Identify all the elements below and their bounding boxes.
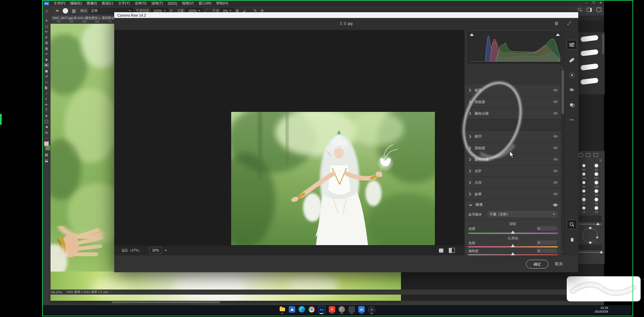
shadow-clipping-icon[interactable]: [470, 33, 474, 36]
scroll-down-icon[interactable]: ˅: [561, 250, 563, 253]
zoom-level-field[interactable]: 30%: [149, 247, 162, 254]
eye-icon[interactable]: [553, 203, 558, 207]
eye-icon[interactable]: [553, 112, 558, 115]
more-options-icon[interactable]: •••: [567, 115, 577, 124]
before-after-icon[interactable]: [449, 248, 455, 253]
hand-tool[interactable]: ☚: [44, 125, 49, 129]
blur-tool[interactable]: ◔: [44, 91, 49, 96]
zoom-dropdown-icon[interactable]: [165, 250, 167, 251]
menu-select[interactable]: 选择(S): [132, 1, 149, 6]
brush-thumb[interactable]: [582, 197, 586, 202]
start-button[interactable]: [269, 306, 276, 313]
gradient-tool[interactable]: ◧: [44, 85, 49, 90]
close-button[interactable]: ✕: [599, 1, 602, 4]
brush-thumb[interactable]: [594, 180, 599, 185]
brush-thumb[interactable]: [594, 206, 599, 210]
eye-icon[interactable]: [553, 169, 558, 173]
menu-view[interactable]: 视图(V): [180, 1, 196, 6]
fullscreen-icon[interactable]: ⤢: [567, 21, 571, 26]
cancel-button[interactable]: 取消: [555, 261, 562, 266]
taskbar-clock[interactable]: 22:29 2023/3/28: [595, 306, 608, 314]
brush-stroke-thumb[interactable]: [580, 78, 598, 85]
chrome-browser-icon[interactable]: [308, 306, 315, 313]
panel-scrollbar[interactable]: ˄ ˅: [561, 30, 565, 255]
eye-icon[interactable]: [553, 146, 558, 150]
edge-browser-icon[interactable]: [299, 306, 305, 313]
panel-section-color-grading[interactable]: 颜色分级: [465, 154, 561, 165]
histogram[interactable]: [467, 32, 562, 64]
brush-thumb[interactable]: [594, 163, 599, 168]
brush-thumb[interactable]: [594, 189, 599, 193]
avatar-app-icon[interactable]: [339, 306, 345, 313]
menu-window[interactable]: 窗口(W): [196, 1, 214, 6]
restore-button[interactable]: ❐: [592, 1, 595, 4]
menu-help[interactable]: 帮助(H): [214, 1, 231, 6]
search-icon[interactable]: [578, 8, 582, 12]
shape-tool[interactable]: ◯: [44, 119, 49, 123]
camera-raw-preview[interactable]: 适应（47%） 30%: [114, 30, 464, 255]
healing-tool[interactable]: ✚: [44, 58, 49, 62]
home-icon[interactable]: ⌂: [45, 8, 48, 13]
healing-brush-icon[interactable]: [567, 56, 577, 64]
hue-value[interactable]: 0: [536, 240, 557, 245]
blue-app-icon[interactable]: m: [358, 306, 365, 313]
panel-section-geometry[interactable]: 几何: [465, 177, 561, 189]
marquee-tool[interactable]: ▢: [44, 24, 49, 28]
roundness-field[interactable]: [579, 245, 602, 250]
brush-thumb[interactable]: [594, 172, 599, 176]
eyedropper-tool[interactable]: ✑: [44, 52, 49, 56]
gear-icon[interactable]: ⚙: [554, 21, 559, 26]
ok-button[interactable]: 确定: [526, 260, 548, 269]
preview-toggle-icon[interactable]: [439, 249, 443, 253]
eye-icon[interactable]: [553, 181, 558, 184]
horizontal-scrollbar[interactable]: [51, 301, 401, 303]
menu-layer[interactable]: 图层(L): [99, 1, 116, 6]
brush-stroke-thumb[interactable]: [580, 49, 598, 56]
zoom-tool[interactable]: ◎: [44, 130, 49, 135]
trash-icon[interactable]: [593, 153, 598, 157]
history-brush-tool[interactable]: ↺: [44, 74, 49, 79]
panel-section-optics[interactable]: 光学: [465, 165, 561, 177]
hand-tool-icon[interactable]: [567, 235, 577, 244]
quick-mask-button[interactable]: ▧: [44, 153, 49, 157]
crop-tool[interactable]: ⊞: [44, 41, 49, 45]
brush-angle-dial[interactable]: [583, 228, 598, 243]
fit-view-button[interactable]: 适应（47%）: [121, 248, 142, 253]
menu-image[interactable]: 图像(I): [84, 1, 99, 6]
type-tool[interactable]: T: [44, 108, 49, 112]
panel-section-mixer[interactable]: 混色器: [465, 96, 561, 108]
panel-menu-icon[interactable]: ☰: [576, 159, 604, 162]
brush-tool[interactable]: ✒: [44, 63, 49, 67]
status-flyout-icon[interactable]: ›: [110, 291, 112, 294]
menu-edit[interactable]: 编辑(E): [67, 1, 84, 6]
zoom-tool-icon[interactable]: [567, 220, 577, 229]
share-icon[interactable]: ↑: [597, 7, 601, 12]
brush-thumb[interactable]: [582, 164, 585, 167]
panel-section-detail[interactable]: 细节: [465, 85, 561, 96]
zoom-percent[interactable]: 54.17%: [52, 291, 62, 294]
process-version-select[interactable]: 5 版（当前）: [488, 211, 557, 217]
photoshop-taskbar-icon[interactable]: Ps: [318, 306, 325, 313]
clone-stamp-tool[interactable]: ▣: [44, 69, 49, 73]
tint-slider[interactable]: [468, 233, 558, 234]
dodge-tool[interactable]: ◐: [44, 97, 49, 101]
eye-icon[interactable]: [553, 158, 558, 161]
new-preset-icon[interactable]: [586, 153, 590, 157]
path-select-tool[interactable]: ➤: [44, 114, 49, 118]
eye-icon[interactable]: [553, 192, 558, 196]
eraser-tool[interactable]: ▱: [44, 80, 49, 84]
tint-slider-thumb[interactable]: [511, 231, 515, 234]
folder-icon[interactable]: [579, 153, 583, 157]
scroll-up-icon[interactable]: ˄: [561, 66, 563, 70]
toggle-brush-panel-icon[interactable]: ▨: [72, 8, 76, 13]
size-field[interactable]: [579, 216, 602, 222]
frame-tool[interactable]: ⊠: [44, 46, 49, 51]
spacing-slider[interactable]: [579, 251, 602, 254]
menu-type[interactable]: 文字(Y): [116, 1, 132, 6]
file-explorer-icon[interactable]: [279, 306, 285, 313]
minimize-button[interactable]: –: [585, 1, 587, 4]
screen-mode-button[interactable]: ⬓: [44, 158, 49, 163]
camera-raw-titlebar[interactable]: Camera Raw 14.2: [114, 12, 578, 18]
photos-app-icon[interactable]: [289, 306, 295, 313]
hue-slider[interactable]: [468, 246, 558, 247]
